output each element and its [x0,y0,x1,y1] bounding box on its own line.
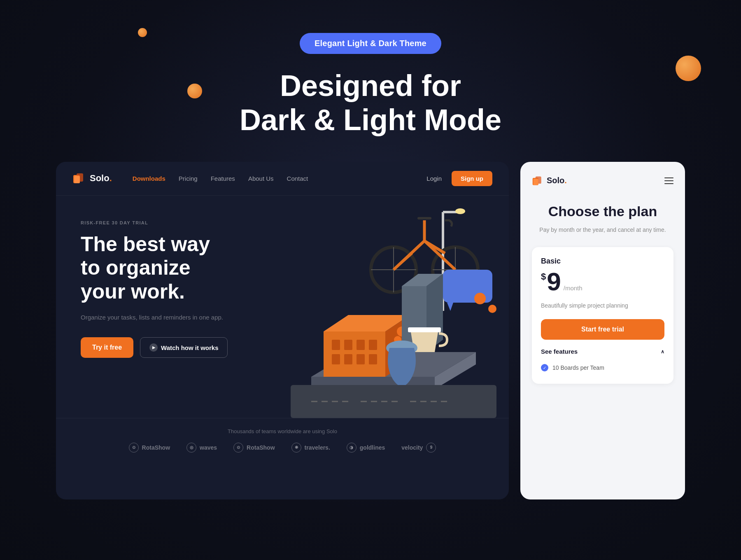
play-icon: ▶ [149,343,158,352]
card-title: Choose the plan [532,203,673,220]
hero-heading: The best way to organize your work. [81,233,254,304]
plan-description: Beautifully simple project planning [541,301,664,310]
brand-icon-rotashow-1: ⊙ [129,443,139,453]
chevron-up-icon: ∧ [661,349,664,355]
plan-name: Basic [541,257,664,266]
svg-rect-23 [332,340,340,350]
svg-point-15 [474,293,486,304]
hero-badge: Elegant Light & Dark Theme [300,33,441,54]
dark-panel: Solo. Downloads Pricing Features About U… [56,162,509,499]
svg-rect-25 [357,340,365,350]
nav-contact[interactable]: Contact [287,175,308,182]
brand-icon-goldlines: ◑ [347,443,357,453]
hero-content: RISK-FREE 30 DAY TRIAL The best way to o… [56,196,509,418]
plan-price: $ 9 /month [541,269,664,294]
brand-goldlines: ◑ goldlines [347,443,385,453]
card-logo-icon [532,175,543,187]
svg-rect-24 [344,340,352,350]
hero-description: Organize your tasks, lists and reminders… [81,313,254,322]
nav-links: Downloads Pricing Features About Us Cont… [133,175,427,182]
svg-rect-28 [344,354,352,364]
price-period: /month [564,285,583,292]
svg-rect-2 [74,176,80,183]
hero-text: RISK-FREE 30 DAY TRIAL The best way to o… [81,220,254,406]
svg-rect-26 [369,340,377,350]
risk-label: RISK-FREE 30 DAY TRIAL [81,220,254,225]
svg-rect-27 [332,354,340,364]
svg-rect-30 [369,354,377,364]
hero-title: Designed for Dark & Light Mode [240,69,501,137]
card-logo: Solo. [532,175,567,187]
hero-illustration [270,187,509,434]
check-icon: ✓ [541,364,548,371]
see-features-toggle[interactable]: See features ∧ [541,348,664,355]
hamburger-menu[interactable] [664,177,673,184]
try-free-button[interactable]: Try it free [81,337,133,358]
panels-container: Solo. Downloads Pricing Features About U… [0,162,741,499]
logo-icon [72,172,86,185]
nav-right: Login Sign up [426,171,492,186]
brand-icon-rotashow-2: ⊙ [233,443,243,453]
brand-icon-travelers: ❋ [291,443,301,453]
nav-pricing[interactable]: Pricing [179,175,198,182]
brand-icon-velocity: 9 [426,443,436,453]
brand-rotashow-2: ⊙ RotaShow [233,443,275,453]
price-amount: 9 [547,269,561,294]
card-navbar: Solo. [532,175,673,187]
brand-rotashow-1: ⊙ RotaShow [129,443,170,453]
svg-rect-29 [357,354,365,364]
svg-point-16 [488,305,496,313]
nav-downloads[interactable]: Downloads [133,175,165,182]
watch-how-button[interactable]: ▶ Watch how it works [140,337,228,358]
logo: Solo. [72,172,112,185]
brand-travelers: ❋ travelers. [291,443,330,453]
nav-features[interactable]: Features [211,175,235,182]
logo-text: Solo. [90,173,112,184]
plan-card: Basic $ 9 /month Beautifully simple proj… [532,247,673,384]
signup-button[interactable]: Sign up [452,171,492,186]
brands-list: ⊙ RotaShow ◎ waves ⊙ RotaShow ❋ traveler… [72,443,492,453]
svg-marker-14 [447,303,453,311]
card-subtitle: Pay by month or the year, and cancel at … [532,225,673,234]
pricing-panel: Solo. Choose the plan Pay by month or th… [520,162,685,499]
nav-about[interactable]: About Us [248,175,274,182]
svg-rect-45 [534,178,538,185]
brand-velocity: velocity 9 [401,443,436,453]
card-logo-text: Solo. [547,176,567,185]
svg-rect-12 [417,217,431,219]
svg-rect-36 [408,327,441,332]
price-dollar: $ [541,271,546,282]
brand-icon-waves: ◎ [186,443,196,453]
hero-section: Elegant Light & Dark Theme Designed for … [0,0,741,162]
brand-waves: ◎ waves [186,443,217,453]
iso-scene-svg [270,187,509,426]
svg-point-5 [455,208,465,214]
hero-buttons: Try it free ▶ Watch how it works [81,337,254,358]
start-trial-button[interactable]: Start free trial [541,319,664,340]
feature-item-boards: ✓ 10 Boards per Team [541,362,664,374]
nav-login[interactable]: Login [426,175,442,182]
